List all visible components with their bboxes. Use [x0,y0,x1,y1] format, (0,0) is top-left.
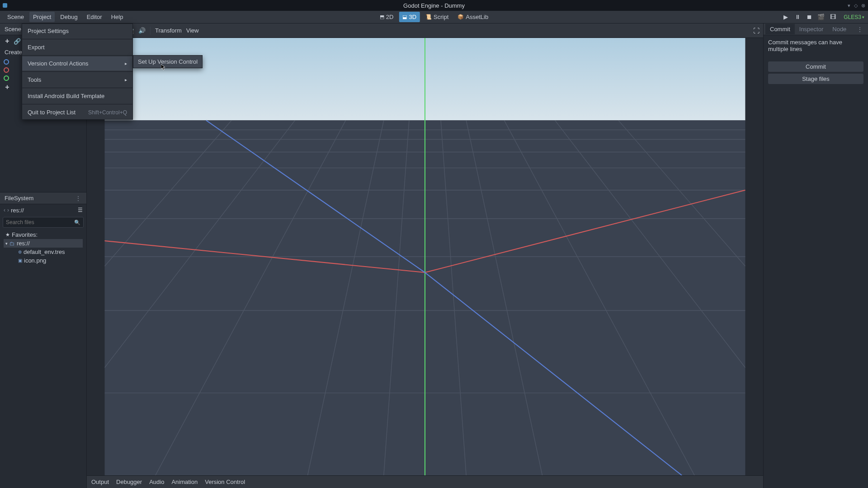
renderer-label[interactable]: GLES3▾ [844,14,864,20]
app-icon [3,3,7,8]
viewport-3d[interactable] [87,38,763,475]
control-icon [4,75,9,81]
filesystem-tree: ★ Favorites: ▾ 🗀 res:// ⊕ default_env.tr… [0,229,86,267]
node2d-icon [4,59,9,65]
image-icon: ▣ [18,258,22,263]
play-button[interactable]: ▶ [781,13,790,22]
filesystem-root[interactable]: ▾ 🗀 res:// [4,239,83,248]
menu-quit-to-project-list[interactable]: Quit to Project List Shift+Control+Q [22,105,132,119]
menu-help[interactable]: Help [108,12,127,22]
center-area: ▦ 🔒 ⊞ 📷 🔊 Transform View ⛶ [87,23,763,488]
tab-animation[interactable]: Animation [171,479,198,485]
menu-editor[interactable]: Editor [83,12,106,22]
tab-version-control[interactable]: Version Control [205,479,245,485]
menu-project-settings[interactable]: Project Settings [22,24,132,38]
close-icon[interactable]: ⊗ [861,3,865,9]
add-node-button[interactable]: + [4,38,11,45]
commit-message-area[interactable]: Commit messages can have multiple lines [764,35,868,61]
window-controls: ▾ ◇ ⊗ [848,3,865,9]
viewport-scene [87,38,763,475]
pause-button[interactable]: ⏸ [793,13,802,22]
tab-output[interactable]: Output [91,479,109,485]
nav-back-button[interactable]: ‹ [4,207,5,213]
menubar-left: Scene Project Debug Editor Help [4,12,127,22]
nav-forward-button[interactable]: › [7,207,9,213]
filesystem-nav: ‹ › res:// ☰ [0,204,86,216]
filesystem-tab[interactable]: FileSystem ⋮ [0,192,86,204]
separator [22,71,132,72]
search-icon: 🔍 [74,220,80,225]
separator [22,55,132,56]
submenu-arrow-icon: ▸ [125,61,127,66]
submenu-arrow-icon: ▸ [125,77,127,82]
favorites-section[interactable]: ★ Favorites: [4,230,83,239]
shortcut-label: Shift+Control+Q [88,109,127,116]
play-scene-button[interactable]: 🎬 [816,13,826,22]
tab-commit[interactable]: Commit [765,24,795,34]
transform-menu[interactable]: Transform [155,27,182,34]
mode-2d[interactable]: ⬒2D [376,12,397,22]
chevron-down-icon[interactable]: ▾ [5,241,8,246]
mode-2d-icon: ⬒ [380,14,384,20]
right-dock: Commit Inspector Node ⋮ Commit messages … [763,23,868,488]
folder-icon: 🗀 [9,240,15,247]
mode-script[interactable]: 📜Script [422,12,452,22]
menu-export[interactable]: Export [22,40,132,54]
menu-setup-version-control[interactable]: Set Up Version Control [133,56,202,68]
separator [22,39,132,39]
filesystem-search[interactable]: 🔍 [3,217,84,228]
spatial-icon [4,67,9,73]
menu-debug[interactable]: Debug [57,12,81,22]
playback-controls: ▶ ⏸ ⏹ 🎬 🎞 GLES3▾ [781,13,864,22]
mode-assetlib[interactable]: 📦AssetLib [454,12,492,22]
search-input[interactable] [6,219,74,225]
dock-menu-icon[interactable]: ⋮ [75,195,82,202]
resource-icon: ⊕ [18,249,22,254]
dock-menu-icon[interactable]: ⋮ [857,26,866,33]
stage-files-button[interactable]: Stage files [768,74,863,84]
minimize-icon[interactable]: ▾ [848,3,850,9]
filesystem-path[interactable]: res:// [11,207,76,214]
mode-3d-icon: ⬓ [402,14,407,20]
file-default-env[interactable]: ⊕ default_env.tres [4,248,83,256]
tab-audio[interactable]: Audio [149,479,164,485]
bottom-panel: Output Debugger Audio Animation Version … [87,475,763,488]
play-custom-button[interactable]: 🎞 [828,13,837,22]
filesystem-dock: FileSystem ⋮ ‹ › res:// ☰ 🔍 ★ Favorites:… [0,192,86,488]
project-menu-dropdown: Project Settings Export Version Control … [22,23,133,120]
menu-scene[interactable]: Scene [4,12,28,22]
window-title: Godot Engine - Dummy [403,2,465,9]
menu-tools[interactable]: Tools ▸ [22,73,132,87]
star-icon: ★ [5,232,10,238]
menubar: Scene Project Debug Editor Help ⬒2D ⬓3D … [0,11,868,23]
chevron-down-icon: ▾ [862,15,864,19]
menu-version-control-actions[interactable]: Version Control Actions ▸ [22,56,132,70]
workspace-switcher: ⬒2D ⬓3D 📜Script 📦AssetLib [376,12,492,22]
tab-inspector[interactable]: Inspector [795,24,828,34]
right-dock-tabs: Commit Inspector Node ⋮ [764,23,868,35]
separator [150,27,151,35]
separator [22,104,132,104]
script-icon: 📜 [425,14,432,20]
stop-button[interactable]: ⏹ [805,13,814,22]
menu-project[interactable]: Project [29,12,55,22]
maximize-icon[interactable]: ◇ [854,3,858,9]
file-icon-png[interactable]: ▣ icon.png [4,256,83,265]
tab-debugger[interactable]: Debugger [116,479,142,485]
expand-viewport-button[interactable]: ⛶ [753,27,760,34]
commit-button[interactable]: Commit [768,61,863,72]
menu-install-android[interactable]: Install Android Build Template [22,89,132,103]
version-control-submenu: Set Up Version Control [133,55,203,68]
view-mode-button[interactable]: ☰ [78,207,83,213]
link-icon[interactable]: 🔗 [14,38,21,45]
assetlib-icon: 📦 [458,14,464,20]
listener-icon[interactable]: 🔊 [138,27,146,34]
separator [22,88,132,88]
viewport-toolbar: ▦ 🔒 ⊞ 📷 🔊 Transform View ⛶ [87,23,763,38]
titlebar: Godot Engine - Dummy ▾ ◇ ⊗ [0,0,868,11]
plus-icon: + [4,84,11,91]
mode-3d[interactable]: ⬓3D [399,12,420,22]
tab-node[interactable]: Node [828,24,851,34]
view-menu[interactable]: View [186,27,199,34]
